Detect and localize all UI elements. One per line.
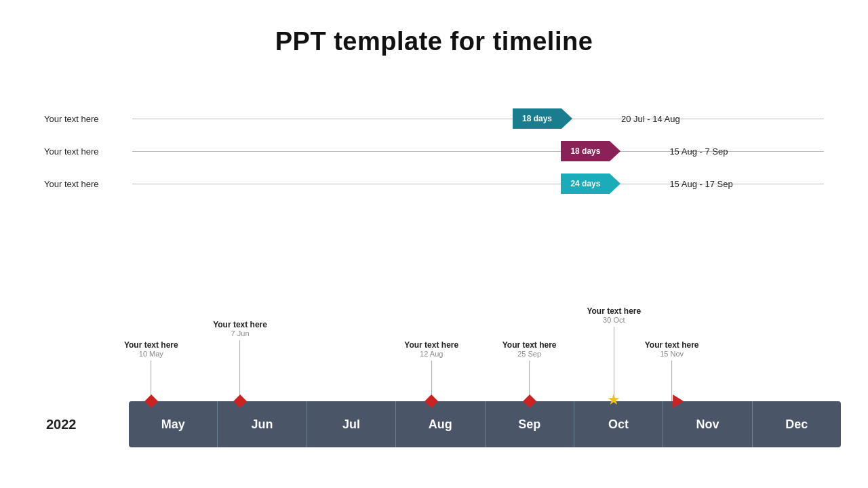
- marker-line-jun-marker: [240, 340, 241, 401]
- month-cell-may: May: [129, 401, 218, 447]
- marker-info-jun-marker: Your text here7 Jun: [213, 320, 267, 338]
- marker-info-oct-marker: Your text here30 Oct: [587, 306, 641, 324]
- month-cell-jun: Jun: [218, 401, 307, 447]
- marker-date-may-marker: 10 May: [139, 350, 163, 358]
- marker-line-wrapper-may-marker: [151, 361, 151, 401]
- gantt-bar-tip-1: [610, 141, 620, 161]
- gantt-line-area-2: 24 days15 Aug - 17 Sep: [132, 170, 824, 197]
- month-label-jun: Jun: [252, 418, 273, 432]
- gantt-section: Your text here18 days20 Jul - 14 AugYour…: [44, 105, 824, 203]
- gantt-row-1: Your text here18 days15 Aug - 7 Sep: [44, 138, 824, 165]
- marker-title-nov-marker: Your text here: [645, 340, 699, 350]
- marker-jun-marker: Your text here7 Jun: [213, 320, 267, 401]
- marker-line-wrapper-jun-marker: [240, 340, 241, 401]
- month-label-jul: Jul: [342, 418, 360, 432]
- marker-title-oct-marker: Your text here: [587, 306, 641, 316]
- marker-line-wrapper-nov-marker: [671, 361, 672, 401]
- gantt-row-0: Your text here18 days20 Jul - 14 Aug: [44, 105, 824, 132]
- marker-title-may-marker: Your text here: [124, 340, 178, 350]
- month-label-sep: Sep: [518, 418, 540, 432]
- month-cell-nov: Nov: [663, 401, 752, 447]
- marker-line-nov-marker: [671, 361, 672, 401]
- marker-date-sep-marker: 25 Sep: [517, 350, 541, 358]
- timeline-bar: MayJunJulAugSepOctNovDec: [129, 401, 841, 447]
- marker-info-aug-marker: Your text here12 Aug: [404, 340, 458, 358]
- month-cell-aug: Aug: [396, 401, 485, 447]
- gantt-bar-body-0: 18 days: [513, 108, 561, 129]
- gantt-bar-2: 24 days: [561, 174, 620, 194]
- gantt-line-0: [132, 119, 824, 119]
- marker-aug-marker: Your text here12 Aug: [404, 340, 458, 401]
- marker-oct-marker: Your text here30 Oct★: [587, 306, 641, 401]
- month-label-nov: Nov: [696, 418, 719, 432]
- gantt-line-area-0: 18 days20 Jul - 14 Aug: [132, 105, 824, 132]
- gantt-bar-0: 18 days: [513, 108, 572, 129]
- marker-nov-marker: Your text here15 Nov: [645, 340, 699, 401]
- marker-date-aug-marker: 12 Aug: [420, 350, 443, 358]
- marker-title-sep-marker: Your text here: [502, 340, 557, 350]
- gantt-bar-1: 18 days: [561, 141, 620, 161]
- month-cell-sep: Sep: [486, 401, 574, 447]
- page-title: PPT template for timeline: [0, 0, 868, 56]
- marker-line-wrapper-sep-marker: [529, 361, 530, 401]
- gantt-label-0: Your text here: [44, 114, 132, 124]
- gantt-bar-tip-0: [561, 108, 572, 129]
- gantt-label-2: Your text here: [44, 179, 132, 189]
- marker-info-may-marker: Your text here10 May: [124, 340, 178, 358]
- gantt-date-0: 20 Jul - 14 Aug: [621, 114, 680, 124]
- month-label-dec: Dec: [785, 418, 808, 432]
- month-label-oct: Oct: [608, 418, 629, 432]
- marker-info-sep-marker: Your text here25 Sep: [502, 340, 557, 358]
- marker-line-wrapper-oct-marker: ★: [614, 327, 614, 401]
- marker-may-marker: Your text here10 May: [124, 340, 178, 401]
- marker-title-aug-marker: Your text here: [404, 340, 458, 350]
- gantt-bar-tip-2: [610, 174, 620, 194]
- month-label-may: May: [161, 418, 185, 432]
- marker-line-oct-marker: [614, 327, 614, 401]
- year-label: 2022: [41, 401, 129, 447]
- marker-date-nov-marker: 15 Nov: [660, 350, 684, 358]
- gantt-bar-body-2: 24 days: [561, 174, 610, 194]
- month-cell-dec: Dec: [753, 401, 841, 447]
- month-label-aug: Aug: [429, 418, 452, 432]
- gantt-date-2: 15 Aug - 17 Sep: [669, 179, 732, 189]
- marker-icon-oct-marker: ★: [607, 391, 620, 409]
- marker-sep-marker: Your text here25 Sep: [502, 340, 557, 401]
- gantt-date-1: 15 Aug - 7 Sep: [669, 146, 728, 157]
- marker-date-jun-marker: 7 Jun: [231, 329, 250, 338]
- gantt-label-1: Your text here: [44, 146, 132, 157]
- gantt-row-2: Your text here24 days15 Aug - 17 Sep: [44, 170, 824, 197]
- marker-title-jun-marker: Your text here: [213, 320, 267, 329]
- marker-info-nov-marker: Your text here15 Nov: [645, 340, 699, 358]
- marker-line-wrapper-aug-marker: [431, 361, 432, 401]
- gantt-line-area-1: 18 days15 Aug - 7 Sep: [132, 138, 824, 165]
- marker-date-oct-marker: 30 Oct: [603, 316, 625, 324]
- gantt-bar-body-1: 18 days: [561, 141, 610, 161]
- marker-icon-nov-marker: [673, 394, 684, 408]
- month-cell-jul: Jul: [307, 401, 396, 447]
